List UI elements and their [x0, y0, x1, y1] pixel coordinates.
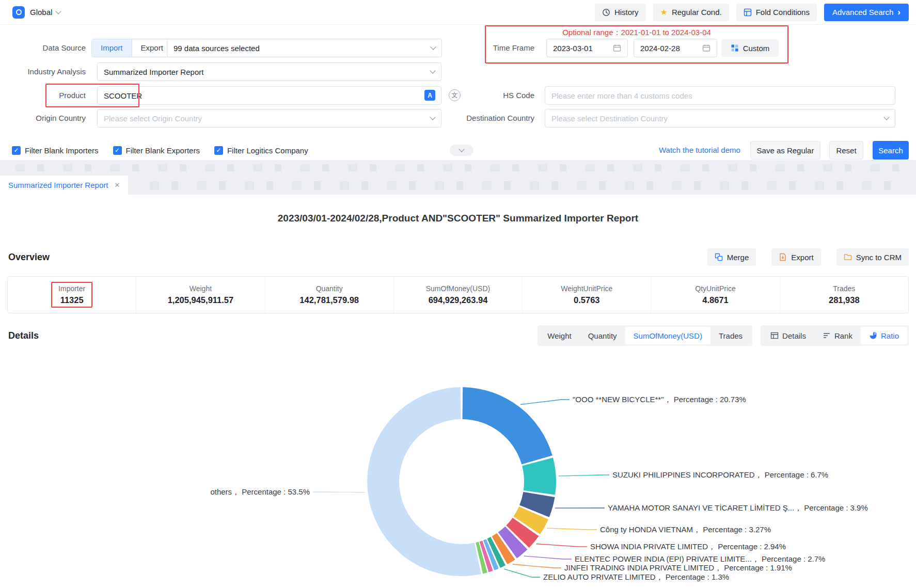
merge-label: Merge [727, 253, 749, 262]
data-sources-select[interactable]: 99 data sources selected [167, 39, 442, 57]
pie-label: Công ty HONDA VIETNAM， Percentage : 3.27… [600, 525, 771, 534]
reset-button[interactable]: Reset [829, 141, 863, 160]
view-rank-tab[interactable]: Rank [814, 327, 861, 344]
stat-label: Trades [829, 284, 860, 293]
pie-label: JINFEI TRADING INDIA PRIVATE LIMITED， Pe… [564, 563, 792, 572]
destination-country-placeholder: Please select Destination Country [551, 114, 880, 123]
export-label: Export [791, 253, 813, 262]
origin-country-placeholder: Please select Origin Country [104, 114, 427, 123]
stat-quantity: Quantity 142,781,579.98 [265, 277, 393, 313]
start-date-input[interactable]: 2023-03-01 [546, 39, 628, 57]
view-details-tab[interactable]: Details [762, 327, 814, 344]
checkbox-checked-icon: ✓ [113, 146, 122, 155]
merge-button[interactable]: Merge [707, 248, 756, 266]
tab-sum-of-money[interactable]: SumOfMoney(USD) [625, 327, 710, 344]
overview-stats-card: Importer 11325 Weight 1,205,945,911.57 Q… [7, 276, 909, 313]
export-file-icon [779, 253, 787, 261]
sync-to-crm-button[interactable]: Sync to CRM [836, 248, 909, 266]
app-logo-icon[interactable] [12, 6, 25, 19]
stat-label: WeightUnitPrice [561, 284, 612, 293]
top-bar: Global History ★ Regular Cond. Fold [0, 0, 916, 25]
tab-trades[interactable]: Trades [710, 327, 751, 344]
origin-country-select[interactable]: Please select Origin Country [97, 109, 441, 128]
custom-range-button[interactable]: Custom [721, 39, 779, 57]
industry-analysis-value: Summarized Importer Report [104, 68, 427, 76]
regular-cond-button[interactable]: ★ Regular Cond. [653, 4, 729, 21]
industry-analysis-label: Industry Analysis [0, 62, 86, 81]
fold-conditions-button[interactable]: Fold Conditions [736, 4, 817, 21]
sync-to-crm-label: Sync to CRM [856, 253, 902, 262]
table-icon [770, 331, 779, 340]
hs-code-input[interactable] [545, 86, 895, 105]
donut-chart: "OOO **NEW BICYCLE**"， Percentage : 20.7… [0, 347, 916, 588]
crm-folder-icon [844, 253, 852, 261]
import-tab[interactable]: Import [92, 39, 132, 57]
view-details-label: Details [782, 331, 806, 340]
filter-logistics-company-checkbox[interactable]: ✓ Filter Logitics Company [214, 146, 308, 155]
ratio-chart-section: "OOO **NEW BICYCLE**"， Percentage : 20.7… [0, 347, 916, 588]
pie-label: SHOWA INDIA PRIVATE LIMITED， Percentage … [590, 542, 786, 551]
stat-weight-unit-price: WeightUnitPrice 0.5763 [522, 277, 651, 313]
logo-ring-icon [16, 9, 22, 15]
search-button[interactable]: Search [873, 141, 909, 160]
stat-importer: Importer 11325 [8, 277, 136, 313]
filter-blank-exporters-checkbox[interactable]: ✓ Filter Blank Exporters [113, 146, 200, 155]
pie-label: "OOO **NEW BICYCLE**"， Percentage : 20.7… [573, 395, 746, 404]
filter-checkbox-row: ✓ Filter Blank Importers ✓ Filter Blank … [12, 141, 308, 160]
stat-label: Quantity [299, 284, 359, 293]
save-as-regular-button[interactable]: Save as Regular [750, 141, 820, 160]
view-tab-group: Details Rank Ratio [761, 325, 909, 346]
industry-analysis-select[interactable]: Summarized Importer Report [97, 62, 441, 81]
view-ratio-label: Ratio [881, 331, 899, 340]
filter-blank-importers-checkbox[interactable]: ✓ Filter Blank Importers [12, 146, 99, 155]
overview-actions: Merge Export Sync to CRM [707, 248, 909, 266]
checkbox-checked-icon: ✓ [214, 146, 223, 155]
region-selector[interactable]: Global [30, 8, 60, 17]
import-export-toggle: Import Export [91, 39, 172, 57]
page: Global History ★ Regular Cond. Fold [0, 0, 916, 588]
export-tab-label: Export [141, 43, 163, 52]
product-input[interactable] [97, 86, 441, 105]
end-date-value: 2024-02-28 [640, 44, 702, 53]
chevron-down-icon [430, 68, 435, 73]
advanced-search-label: Advanced Search [832, 8, 893, 17]
blurred-content [150, 181, 901, 190]
overview-title: Overview [8, 252, 50, 263]
export-tab[interactable]: Export [132, 39, 172, 57]
pie-label-line [313, 492, 365, 492]
translate-icon[interactable]: A [424, 90, 435, 101]
advanced-search-button[interactable]: Advanced Search › [824, 4, 909, 21]
tab-weight[interactable]: Weight [539, 327, 579, 344]
filter-blank-importers-label: Filter Blank Importers [25, 146, 99, 155]
pie-slice[interactable] [522, 458, 556, 495]
language-icon[interactable]: 文 [449, 89, 461, 101]
tab-quantity[interactable]: Quantity [580, 327, 625, 344]
filter-logistics-company-label: Filter Logitics Company [227, 146, 308, 155]
chevron-down-icon [459, 146, 464, 152]
tutorial-demo-link[interactable]: Watch the tutorial demo [659, 141, 740, 160]
details-controls: Weight Quantity SumOfMoney(USD) Trades D… [538, 325, 909, 346]
view-ratio-tab[interactable]: Ratio [861, 327, 907, 344]
data-sources-value: 99 data sources selected [173, 44, 427, 53]
chevron-down-icon [883, 114, 889, 120]
blurred-content [15, 164, 901, 171]
time-frame-label: Time Frame [449, 39, 534, 57]
stat-label: SumOfMoney(USD) [426, 284, 490, 293]
pie-label-line [520, 400, 570, 405]
collapse-form-button[interactable] [450, 145, 473, 156]
destination-country-select[interactable]: Please select Destination Country [545, 109, 895, 128]
pie-slice[interactable] [463, 387, 552, 465]
origin-country-label: Origin Country [0, 109, 86, 128]
calendar-icon [702, 44, 710, 52]
stat-value: 694,929,263.94 [426, 295, 490, 305]
export-button[interactable]: Export [771, 248, 820, 266]
close-icon[interactable]: ✕ [114, 181, 120, 189]
end-date-input[interactable]: 2024-02-28 [634, 39, 717, 57]
results-tab-bar: Summarized Importer Report ✕ [0, 160, 916, 195]
details-title: Details [8, 330, 39, 341]
chevron-down-icon [430, 114, 435, 120]
hs-code-label: HS Code [464, 86, 534, 105]
pie-label: SUZUKI PHILIPPINES INCORPORATED， Percent… [612, 470, 828, 479]
tab-summarized-importer-report[interactable]: Summarized Importer Report ✕ [0, 176, 128, 195]
history-button[interactable]: History [595, 4, 646, 21]
